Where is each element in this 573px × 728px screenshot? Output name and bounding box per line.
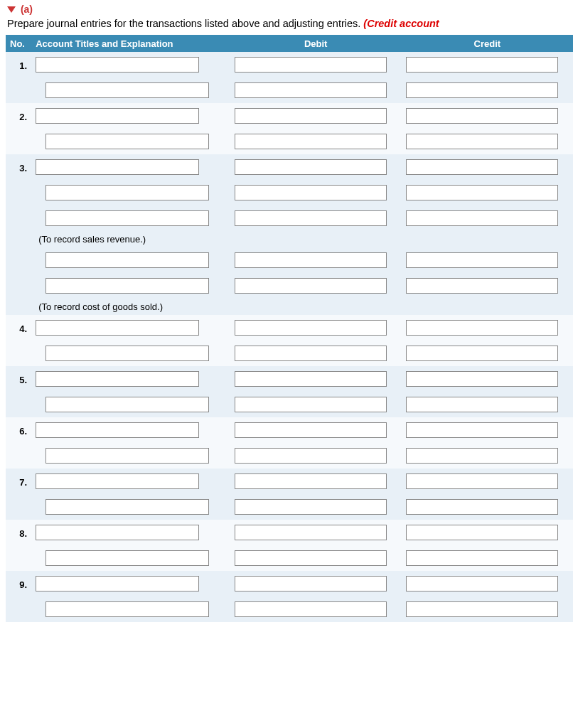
table-row xyxy=(6,443,573,469)
debit-input[interactable] xyxy=(235,525,387,540)
account-input[interactable] xyxy=(36,525,199,540)
entry-no: 2. xyxy=(6,103,31,129)
debit-input[interactable] xyxy=(235,397,387,412)
table-row xyxy=(6,392,573,417)
table-row xyxy=(6,180,573,205)
entry-no: 9. xyxy=(6,571,31,596)
credit-input[interactable] xyxy=(406,252,558,268)
account-input[interactable] xyxy=(36,576,199,592)
table-header-row: No. Account Titles and Explanation Debit… xyxy=(6,35,573,52)
debit-input[interactable] xyxy=(235,473,387,489)
debit-input[interactable] xyxy=(235,210,387,226)
table-row: 3. xyxy=(6,154,573,180)
credit-input[interactable] xyxy=(406,346,558,361)
account-input[interactable] xyxy=(36,320,199,336)
account-input[interactable] xyxy=(45,499,209,515)
table-row: 7. xyxy=(6,469,573,494)
debit-input[interactable] xyxy=(235,346,387,361)
table-row: 6. xyxy=(6,417,573,443)
entry-no: 5. xyxy=(6,366,31,392)
debit-input[interactable] xyxy=(235,185,387,200)
account-input[interactable] xyxy=(45,550,209,566)
credit-input[interactable] xyxy=(406,371,558,387)
table-row xyxy=(6,247,573,273)
table-row xyxy=(6,129,573,154)
instruction-main: Prepare journal entries for the transact… xyxy=(7,18,363,29)
debit-input[interactable] xyxy=(235,252,387,268)
entry-no: 3. xyxy=(6,154,31,180)
account-input[interactable] xyxy=(45,346,209,361)
debit-input[interactable] xyxy=(235,422,387,438)
credit-input[interactable] xyxy=(406,108,558,124)
section-label: (a) xyxy=(21,4,33,15)
credit-input[interactable] xyxy=(406,134,558,149)
entry-no: 4. xyxy=(6,315,31,341)
account-input[interactable] xyxy=(45,210,209,226)
credit-input[interactable] xyxy=(406,159,558,175)
credit-input[interactable] xyxy=(406,82,558,98)
credit-input[interactable] xyxy=(406,525,558,540)
collapse-icon[interactable] xyxy=(7,6,16,13)
debit-input[interactable] xyxy=(235,550,387,566)
credit-input[interactable] xyxy=(406,185,558,200)
entry-note: (To record cost of goods sold.) xyxy=(31,299,573,315)
hdr-account: Account Titles and Explanation xyxy=(31,35,230,52)
table-row xyxy=(6,341,573,366)
table-row xyxy=(6,596,573,622)
debit-input[interactable] xyxy=(235,57,387,73)
credit-input[interactable] xyxy=(406,601,558,617)
table-row xyxy=(6,77,573,103)
table-row xyxy=(6,494,573,520)
debit-input[interactable] xyxy=(235,278,387,294)
debit-input[interactable] xyxy=(235,159,387,175)
table-row: 5. xyxy=(6,366,573,392)
credit-input[interactable] xyxy=(406,576,558,592)
table-row: (To record sales revenue.) xyxy=(6,231,573,247)
credit-input[interactable] xyxy=(406,278,558,294)
account-input[interactable] xyxy=(45,252,209,268)
account-input[interactable] xyxy=(45,278,209,294)
table-row: 8. xyxy=(6,520,573,545)
account-input[interactable] xyxy=(45,134,209,149)
account-input[interactable] xyxy=(45,185,209,200)
account-input[interactable] xyxy=(36,108,199,124)
credit-input[interactable] xyxy=(406,320,558,336)
credit-input[interactable] xyxy=(406,397,558,412)
credit-input[interactable] xyxy=(406,473,558,489)
hdr-no: No. xyxy=(6,35,31,52)
account-input[interactable] xyxy=(36,371,199,387)
account-input[interactable] xyxy=(45,448,209,464)
account-input[interactable] xyxy=(36,57,199,73)
table-row: (To record cost of goods sold.) xyxy=(6,299,573,315)
instruction-emph: (Credit account xyxy=(363,18,439,29)
credit-input[interactable] xyxy=(406,550,558,566)
entry-no: 6. xyxy=(6,417,31,443)
journal-table: No. Account Titles and Explanation Debit… xyxy=(6,35,573,622)
debit-input[interactable] xyxy=(235,371,387,387)
credit-input[interactable] xyxy=(406,57,558,73)
credit-input[interactable] xyxy=(406,210,558,226)
credit-input[interactable] xyxy=(406,448,558,464)
debit-input[interactable] xyxy=(235,108,387,124)
entry-no: 8. xyxy=(6,520,31,545)
debit-input[interactable] xyxy=(235,499,387,515)
account-input[interactable] xyxy=(45,82,209,98)
entry-no: 7. xyxy=(6,469,31,494)
debit-input[interactable] xyxy=(235,320,387,336)
table-row xyxy=(6,545,573,571)
hdr-credit: Credit xyxy=(402,35,573,52)
debit-input[interactable] xyxy=(235,601,387,617)
debit-input[interactable] xyxy=(235,448,387,464)
debit-input[interactable] xyxy=(235,82,387,98)
account-input[interactable] xyxy=(36,473,199,489)
debit-input[interactable] xyxy=(235,134,387,149)
entry-note: (To record sales revenue.) xyxy=(31,231,573,247)
account-input[interactable] xyxy=(36,422,199,438)
account-input[interactable] xyxy=(36,159,199,175)
credit-input[interactable] xyxy=(406,499,558,515)
credit-input[interactable] xyxy=(406,422,558,438)
account-input[interactable] xyxy=(45,601,209,617)
account-input[interactable] xyxy=(45,397,209,412)
debit-input[interactable] xyxy=(235,576,387,592)
section-header: (a) xyxy=(0,0,573,16)
